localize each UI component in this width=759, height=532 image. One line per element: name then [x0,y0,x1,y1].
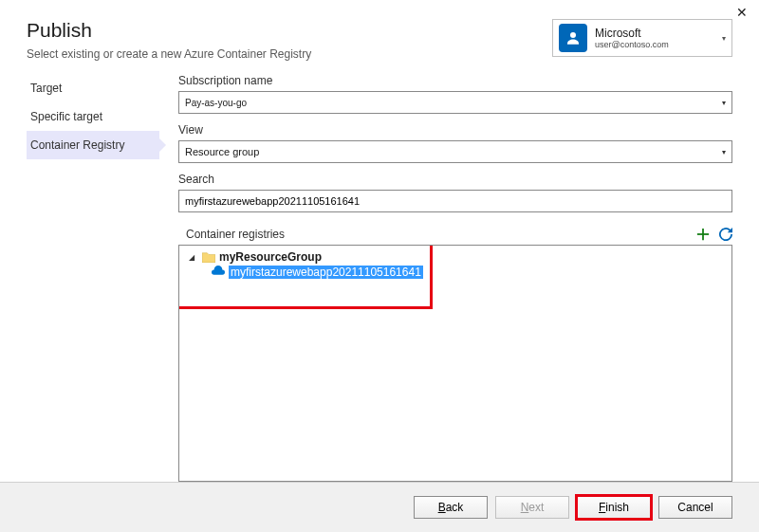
close-icon[interactable]: ✕ [732,3,751,22]
svg-point-0 [570,32,576,38]
folder-icon [202,251,215,263]
tree-group-row[interactable]: ◢ myResourceGroup [179,249,731,265]
view-dropdown[interactable]: Resource group ▾ [178,140,732,163]
account-name: Microsoft [595,27,669,40]
dialog-footer: Back Next Finish Cancel [0,482,759,532]
registry-item-name: myfirstazurewebapp20211105161641 [229,266,423,279]
chevron-down-icon: ▾ [722,148,726,156]
sidebar-item-container-registry[interactable]: Container Registry [27,131,159,159]
chevron-down-icon: ▾ [722,99,726,107]
form-panel: Subscription name Pay-as-you-go ▾ View R… [178,74,732,482]
search-input[interactable] [178,190,732,212]
subscription-value: Pay-as-you-go [185,98,247,108]
add-icon[interactable] [696,228,710,241]
registries-label: Container registries [186,228,285,241]
chevron-down-icon: ▾ [722,34,726,43]
registries-tree[interactable]: ◢ myResourceGroup myfirstazurewebapp2021… [178,245,732,482]
search-label: Search [178,173,732,186]
next-button: Next [495,496,569,519]
view-value: Resource group [185,146,259,157]
header-bar: Publish Select existing or create a new … [0,0,759,61]
account-selector[interactable]: Microsoft user@contoso.com ▾ [552,19,732,57]
subscription-label: Subscription name [178,74,732,87]
page-title: Publish [27,19,311,42]
sidebar-item-target[interactable]: Target [27,74,159,102]
account-avatar-icon [559,24,587,52]
container-registry-icon [212,266,225,279]
subscription-dropdown[interactable]: Pay-as-you-go ▾ [178,91,732,114]
tree-item-row[interactable]: myfirstazurewebapp20211105161641 [179,265,731,280]
cancel-button[interactable]: Cancel [658,496,732,519]
sidebar-item-specific-target[interactable]: Specific target [27,102,159,131]
expand-icon[interactable]: ◢ [189,253,198,262]
resource-group-name: myResourceGroup [219,250,322,264]
page-subtitle: Select existing or create a new Azure Co… [27,47,311,61]
view-label: View [178,123,732,137]
wizard-steps: Target Specific target Container Registr… [27,74,159,482]
refresh-icon[interactable] [719,228,732,241]
publish-dialog: ✕ Publish Select existing or create a ne… [0,0,759,532]
back-button[interactable]: Back [414,496,488,519]
finish-button[interactable]: Finish [577,496,651,519]
account-email: user@contoso.com [595,40,669,49]
